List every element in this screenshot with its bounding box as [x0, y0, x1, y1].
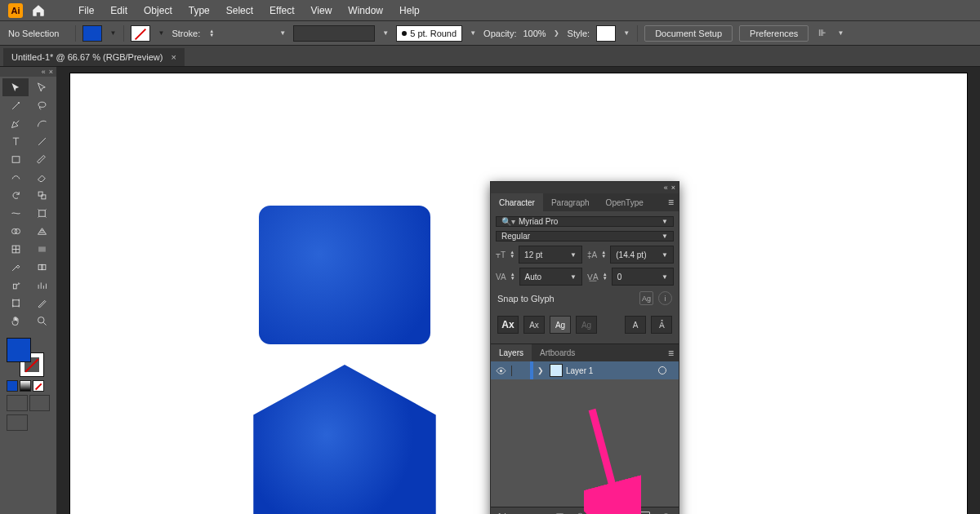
glyph-bounds-icon[interactable]: Ag	[639, 291, 653, 305]
fill-stroke-control[interactable]	[7, 338, 46, 377]
snap-angular-button[interactable]: A	[625, 316, 646, 334]
home-icon[interactable]	[31, 3, 46, 18]
slice-tool[interactable]	[29, 294, 55, 312]
snap-scale-button[interactable]: A̽	[651, 316, 672, 334]
free-transform-tool[interactable]	[29, 204, 55, 222]
kerning-field[interactable]: Auto▼	[519, 268, 582, 286]
brush-definition-combo[interactable]: 5 pt. Round	[396, 25, 462, 42]
stroke-dropdown-icon[interactable]: ▼	[157, 25, 165, 42]
hand-tool[interactable]	[2, 312, 29, 330]
zoom-tool[interactable]	[29, 312, 55, 330]
document-tab[interactable]: Untitled-1* @ 66.67 % (RGB/Preview) ×	[3, 48, 185, 66]
rectangle-tool[interactable]	[2, 150, 29, 168]
delete-layer-icon[interactable]	[659, 511, 672, 515]
menu-window[interactable]: Window	[340, 5, 391, 16]
font-style-field[interactable]: Regular ▼	[496, 231, 674, 241]
glyph-info-icon[interactable]: i	[658, 291, 672, 305]
stroke-weight-field[interactable]	[223, 25, 272, 42]
hexagon-shape[interactable]	[252, 362, 438, 514]
stroke-swatch[interactable]	[131, 25, 150, 42]
menu-file[interactable]: File	[70, 5, 102, 16]
rounded-rectangle-shape[interactable]	[259, 206, 430, 344]
preferences-button[interactable]: Preferences	[739, 25, 808, 42]
direct-selection-tool[interactable]	[29, 78, 55, 96]
pen-tool[interactable]	[2, 114, 29, 132]
color-mode-gradient[interactable]	[20, 380, 31, 392]
eyedropper-tool[interactable]	[2, 258, 29, 276]
layer-row[interactable]: ❯ Layer 1	[491, 361, 679, 379]
leading-field[interactable]: (14.4 pt)▼	[610, 246, 674, 264]
font-size-stepper[interactable]: ▲▼	[507, 246, 517, 263]
graphic-style-swatch[interactable]	[596, 25, 616, 42]
tab-character[interactable]: Character	[491, 193, 543, 211]
tab-paragraph[interactable]: Paragraph	[543, 193, 598, 211]
character-panel-menu-icon[interactable]: ≡	[668, 197, 674, 208]
tracking-field[interactable]: 0▼	[612, 268, 674, 286]
width-tool[interactable]	[2, 204, 29, 222]
tab-artboards[interactable]: Artboards	[532, 344, 583, 361]
tracking-stepper[interactable]: ▲▼	[600, 268, 610, 285]
font-size-field[interactable]: 12 pt▼	[519, 246, 582, 264]
eraser-tool[interactable]	[29, 168, 55, 186]
collapse-panel-icon[interactable]: «	[664, 184, 668, 192]
draw-behind-mode[interactable]	[29, 395, 51, 411]
stroke-weight-stepper[interactable]: ▲▼	[207, 25, 216, 42]
collapse-tools-icon[interactable]: «	[42, 68, 46, 76]
color-mode-none[interactable]	[33, 380, 44, 392]
screen-mode-button[interactable]	[7, 414, 28, 431]
column-graph-tool[interactable]	[29, 276, 55, 294]
menu-object[interactable]: Object	[136, 5, 180, 16]
clipping-mask-icon[interactable]	[595, 511, 608, 515]
magic-wand-tool[interactable]	[2, 96, 29, 114]
font-family-field[interactable]: 🔍▾ Myriad Pro ▼	[496, 216, 674, 227]
snap-proximity-button[interactable]: Ag	[576, 316, 597, 334]
close-tools-icon[interactable]: ×	[49, 68, 53, 76]
snap-baseline-button[interactable]: Ax	[497, 316, 519, 334]
blend-tool[interactable]	[29, 258, 55, 276]
opacity-value[interactable]: 100%	[523, 29, 546, 38]
leading-stepper[interactable]: ▲▼	[599, 246, 608, 263]
fill-color-box[interactable]	[7, 338, 31, 362]
symbol-sprayer-tool[interactable]	[2, 276, 29, 294]
tab-opentype[interactable]: OpenType	[598, 193, 652, 211]
draw-normal-mode[interactable]	[7, 395, 28, 411]
fill-swatch[interactable]	[82, 25, 102, 42]
shaper-tool[interactable]	[2, 168, 29, 186]
style-dropdown-icon[interactable]: ▼	[622, 25, 630, 42]
menu-effect[interactable]: Effect	[261, 5, 302, 16]
menu-view[interactable]: View	[303, 5, 341, 16]
locate-object-icon[interactable]	[553, 511, 566, 515]
shape-builder-tool[interactable]	[2, 222, 29, 240]
perspective-grid-tool[interactable]	[29, 222, 55, 240]
mesh-tool[interactable]	[2, 240, 29, 258]
align-icon[interactable]: ⊪	[815, 26, 830, 41]
align-dropdown-icon[interactable]: ▼	[836, 25, 844, 42]
opacity-dropdown-icon[interactable]: ❯	[553, 25, 561, 42]
layers-panel-menu-icon[interactable]: ≡	[668, 348, 674, 359]
rotate-tool[interactable]	[2, 186, 29, 204]
snap-xheight-button[interactable]: Ax	[523, 316, 545, 334]
document-setup-button[interactable]: Document Setup	[644, 25, 733, 42]
curvature-tool[interactable]	[29, 114, 55, 132]
layer-visibility-toggle[interactable]	[491, 366, 512, 376]
selection-tool[interactable]	[2, 78, 29, 96]
close-panel-icon[interactable]: ×	[671, 184, 675, 192]
canvas-area[interactable]: « × Character Paragraph OpenType ≡ 🔍▾ My…	[57, 67, 980, 514]
search-layer-icon[interactable]	[574, 511, 587, 515]
lasso-tool[interactable]	[29, 96, 55, 114]
layer-expand-toggle[interactable]: ❯	[535, 366, 546, 374]
stroke-weight-dropdown-icon[interactable]: ▼	[278, 25, 287, 42]
vwp-dropdown-icon[interactable]: ▼	[381, 25, 390, 42]
fill-dropdown-icon[interactable]: ▼	[109, 25, 117, 42]
paintbrush-tool[interactable]	[29, 150, 55, 168]
tab-layers[interactable]: Layers	[491, 344, 532, 361]
layer-name-label[interactable]: Layer 1	[566, 366, 654, 375]
kerning-stepper[interactable]: ▲▼	[508, 268, 518, 285]
variable-width-profile[interactable]	[293, 25, 375, 42]
new-layer-button[interactable]	[638, 511, 651, 515]
scale-tool[interactable]	[29, 186, 55, 204]
close-tab-icon[interactable]: ×	[171, 52, 176, 62]
menu-select[interactable]: Select	[218, 5, 261, 16]
menu-type[interactable]: Type	[180, 5, 218, 16]
snap-glyphbox-button[interactable]: Ag	[550, 316, 571, 334]
